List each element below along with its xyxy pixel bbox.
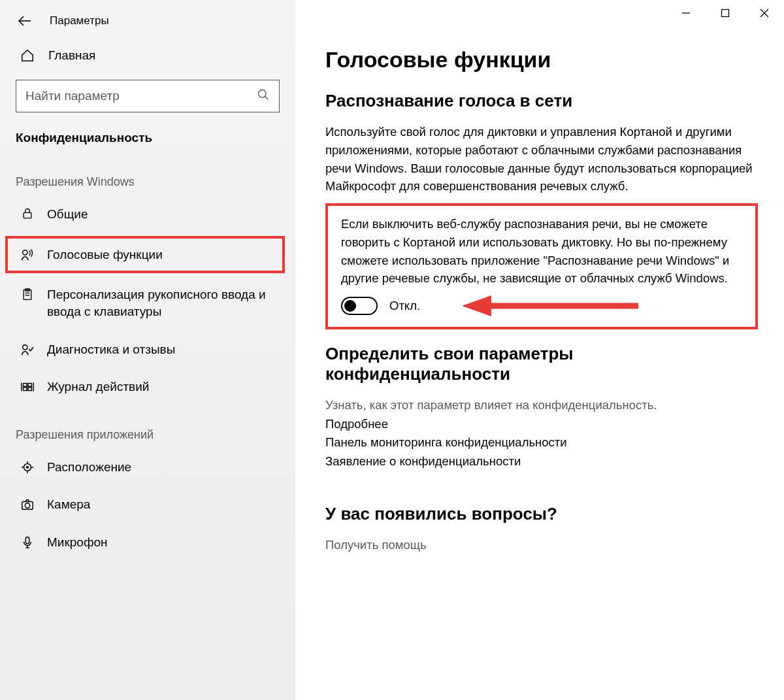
section-heading-privacy: Определить свои параметры конфиденциальн… — [325, 344, 758, 384]
search-input-wrapper[interactable] — [16, 80, 280, 112]
link-more[interactable]: Подробнее — [325, 415, 758, 434]
link-statement[interactable]: Заявление о конфиденциальности — [325, 452, 758, 471]
svg-rect-7 — [24, 212, 31, 218]
speech-icon — [20, 248, 35, 262]
sidebar-item-label: Камера — [47, 496, 90, 513]
warning-text: Если выключить веб-службу распознавания … — [341, 215, 742, 288]
sidebar-item-activity[interactable]: Журнал действий — [0, 368, 295, 406]
arrow-annotation — [459, 293, 642, 319]
home-icon — [20, 48, 35, 63]
home-label: Главная — [48, 48, 95, 63]
back-button[interactable] — [16, 12, 34, 30]
svg-point-21 — [27, 466, 29, 468]
svg-point-8 — [23, 250, 27, 254]
search-input[interactable] — [25, 89, 250, 103]
timeline-icon — [20, 380, 35, 394]
sidebar-item-label: Персонализация рукописного ввода и ввода… — [47, 286, 280, 320]
sidebar-item-label: Микрофон — [47, 534, 108, 551]
section-heading-online: Распознавание голоса в сети — [325, 91, 758, 111]
sidebar-item-microphone[interactable]: Микрофон — [0, 524, 295, 561]
svg-rect-17 — [28, 384, 31, 387]
search-icon — [250, 88, 270, 104]
svg-rect-19 — [28, 388, 31, 391]
sidebar-item-location[interactable]: Расположение — [0, 448, 295, 486]
clipboard-icon — [20, 288, 35, 301]
sidebar-item-inking[interactable]: Персонализация рукописного ввода и ввода… — [0, 276, 295, 330]
sidebar-item-label: Общие — [47, 206, 88, 223]
toggle-label: Откл. — [389, 299, 420, 313]
svg-rect-28 — [25, 537, 29, 544]
link-help[interactable]: Получить помощь — [325, 536, 758, 555]
sidebar-item-diagnostics[interactable]: Диагностика и отзывы — [0, 331, 295, 369]
sidebar-item-label: Голосовые функции — [47, 246, 163, 263]
group-heading-windows: Разрешения Windows — [0, 161, 295, 195]
highlight-annotation: Если выключить веб-службу распознавания … — [325, 203, 758, 329]
camera-icon — [20, 497, 35, 512]
sidebar-item-label: Журнал действий — [47, 378, 149, 395]
svg-rect-18 — [24, 388, 27, 391]
sidebar-item-speech[interactable]: Голосовые функции — [5, 236, 285, 274]
sidebar: Параметры Главная Конфиденциальность Раз… — [0, 0, 295, 700]
section-title: Конфиденциальность — [0, 127, 295, 161]
svg-point-27 — [25, 503, 29, 508]
window-title: Параметры — [50, 14, 109, 27]
feedback-icon — [20, 342, 35, 357]
speech-toggle[interactable] — [341, 297, 378, 315]
sidebar-item-label: Диагностика и отзывы — [47, 341, 175, 358]
svg-point-13 — [23, 344, 27, 349]
sidebar-item-label: Расположение — [47, 459, 131, 476]
link-dashboard[interactable]: Панель мониторинга конфиденциальности — [325, 433, 758, 452]
svg-line-6 — [265, 97, 269, 100]
privacy-subtext: Узнать, как этот параметр влияет на конф… — [325, 396, 758, 415]
sidebar-item-general[interactable]: Общие — [0, 195, 295, 233]
content-pane: Голосовые функции Распознавание голоса в… — [295, 0, 784, 700]
location-icon — [20, 460, 35, 475]
microphone-icon — [20, 535, 35, 550]
page-title: Голосовые функции — [325, 47, 758, 73]
sidebar-item-camera[interactable]: Камера — [0, 486, 295, 524]
lock-icon — [20, 207, 35, 220]
svg-point-5 — [259, 90, 267, 98]
svg-rect-16 — [24, 384, 27, 387]
description-text: Используйте свой голос для диктовки и уп… — [325, 123, 758, 195]
section-heading-questions: У вас появились вопросы? — [325, 504, 758, 524]
home-nav[interactable]: Главная — [0, 38, 295, 73]
group-heading-apps: Разрешения приложений — [0, 406, 295, 448]
svg-marker-32 — [462, 295, 491, 316]
